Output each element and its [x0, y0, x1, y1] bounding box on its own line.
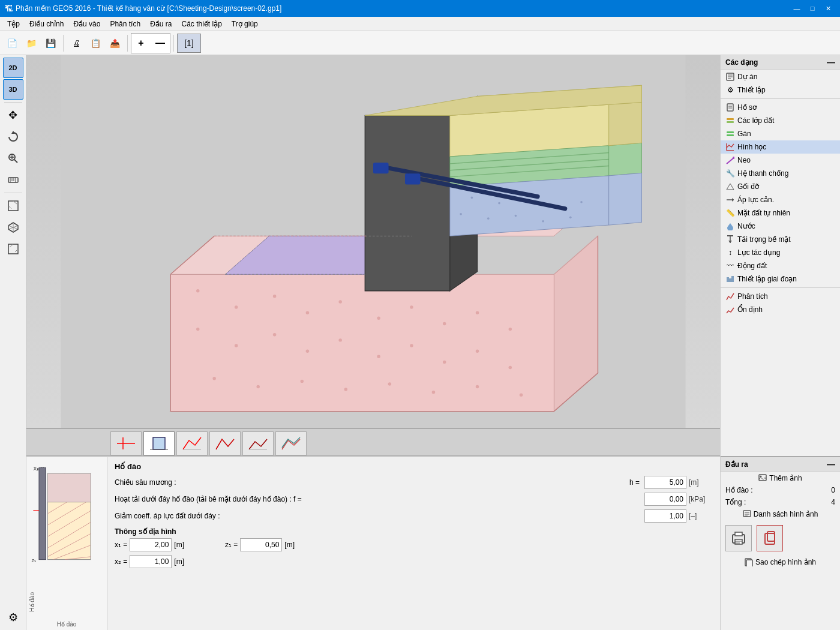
- menu-tep[interactable]: Tệp: [2, 19, 25, 29]
- bottom-diagram: X₃ X₁: [26, 457, 107, 630]
- sidebar-item-ap-luc-can[interactable]: Áp lực cản.: [721, 193, 840, 206]
- sidebar-item-ho-so[interactable]: Hồ sơ: [721, 101, 840, 114]
- chieu-sau-row: Chiều sâu mương : h = [m]: [115, 476, 713, 489]
- svg-rect-79: [373, 163, 389, 173]
- svg-marker-61: [609, 143, 642, 176]
- print-button[interactable]: 🖨: [67, 34, 86, 53]
- sidebar-item-hinh-hoc[interactable]: Hình học: [721, 140, 840, 154]
- front-view-button[interactable]: [3, 196, 23, 216]
- sidebar-item-phan-tich[interactable]: Phân tích: [721, 290, 840, 303]
- svg-point-68: [498, 202, 500, 205]
- cac-lop-dat-icon: [725, 116, 735, 125]
- sidebar-item-he-thanh-chong[interactable]: 🔧 Hệ thanh chống: [721, 167, 840, 180]
- hoat-tai-input[interactable]: [644, 493, 686, 506]
- export-button[interactable]: 📤: [105, 34, 124, 53]
- menu-cac-thiet-lap[interactable]: Các thiết lập: [176, 19, 226, 29]
- menu-phan-tich[interactable]: Phân tích: [105, 19, 145, 29]
- iso-view-button[interactable]: [3, 217, 23, 238]
- new-button[interactable]: 📄: [2, 34, 22, 53]
- svg-point-74: [515, 215, 517, 217]
- sidebar-item-mat-dat[interactable]: 📏 Mặt đất tự nhiên: [721, 206, 840, 220]
- sidebar-item-goi-do[interactable]: Gối đỡ: [721, 180, 840, 193]
- sidebar-item-on-dinh[interactable]: Ổn định: [721, 303, 840, 316]
- move-tool-button[interactable]: ✥: [3, 105, 23, 125]
- svg-line-2: [14, 160, 17, 163]
- svg-rect-122: [727, 131, 734, 133]
- thiet-lap-giai-doan-icon: [725, 274, 735, 284]
- settings-gear-button[interactable]: ⚙: [3, 607, 23, 628]
- x2-group: x₂ = [m]: [115, 555, 184, 568]
- svg-rect-109: [39, 468, 46, 560]
- svg-point-50: [388, 382, 391, 385]
- back-view-button[interactable]: [3, 239, 23, 259]
- rotate-tool-button[interactable]: [3, 127, 23, 147]
- minimize-button[interactable]: —: [790, 2, 804, 14]
- sidebar-item-cac-lop-dat[interactable]: Các lớp đất: [721, 114, 840, 127]
- mat-dat-label: Mặt đất tự nhiên: [737, 209, 790, 217]
- tab-section-6[interactable]: [275, 431, 307, 455]
- gan-label: Gán: [737, 130, 751, 138]
- output-actions: [721, 520, 840, 556]
- menu-dau-vao[interactable]: Đầu vào: [68, 19, 105, 29]
- them-anh-button[interactable]: Thêm ảnh: [721, 472, 840, 484]
- neo-icon: [725, 155, 735, 165]
- copy-output-button[interactable]: [757, 525, 783, 551]
- output-collapse-icon[interactable]: —: [827, 460, 835, 469]
- zoom-tool-button[interactable]: [3, 148, 23, 169]
- sidebar-header: Các dạng —: [721, 55, 840, 70]
- sidebar-item-dong-dat[interactable]: 〰 Động đất: [721, 259, 840, 272]
- sidebar-item-neo[interactable]: Neo: [721, 154, 840, 167]
- svg-point-31: [377, 317, 380, 320]
- svg-point-39: [306, 349, 309, 352]
- save-button[interactable]: 💾: [41, 34, 60, 53]
- sidebar-item-thiet-lap-giai-doan[interactable]: Thiết lập giai đoạn: [721, 272, 840, 286]
- open-button[interactable]: 📁: [22, 34, 41, 53]
- sidebar-item-gan[interactable]: Gán: [721, 127, 840, 140]
- 3d-view-button[interactable]: 3D: [3, 79, 23, 100]
- danh-sach-hinh-anh-button[interactable]: Danh sách hình ảnh: [721, 508, 840, 520]
- tab-section-3[interactable]: [176, 431, 208, 455]
- menubar: Tệp Điều chỉnh Đầu vào Phân tích Đầu ra …: [0, 17, 840, 31]
- menu-dau-ra[interactable]: Đầu ra: [145, 19, 176, 29]
- sidebar-collapse-icon[interactable]: —: [827, 58, 835, 67]
- view-1-button[interactable]: [1]: [177, 34, 201, 53]
- svg-point-29: [306, 311, 309, 314]
- ho-so-label: Hồ sơ: [737, 103, 757, 112]
- viewport[interactable]: [26, 55, 720, 428]
- svg-point-49: [344, 388, 347, 391]
- window-title: Phần mềm GEO5 2016 - Thiết kế hàng vân c…: [16, 4, 790, 13]
- giam-coeff-input[interactable]: [644, 509, 686, 523]
- svg-rect-94: [153, 437, 165, 449]
- zoom-in-button[interactable]: +: [131, 34, 151, 53]
- zoom-out-button[interactable]: —: [151, 34, 170, 53]
- svg-line-126: [727, 158, 734, 164]
- menu-dieu-chinh[interactable]: Điều chỉnh: [25, 19, 68, 29]
- measure-tool-button[interactable]: [3, 170, 23, 190]
- chieu-sau-input[interactable]: [644, 476, 686, 489]
- tab-section-5[interactable]: [242, 431, 274, 455]
- z1-input[interactable]: [240, 538, 282, 551]
- maximize-button[interactable]: □: [805, 2, 820, 14]
- svg-rect-80: [405, 173, 421, 184]
- x2-input[interactable]: [130, 555, 172, 568]
- cac-lop-dat-label: Các lớp đất: [737, 116, 774, 125]
- ap-luc-can-label: Áp lực cản.: [737, 196, 774, 204]
- ap-luc-can-icon: [725, 195, 735, 205]
- x1-input[interactable]: [130, 538, 172, 551]
- sidebar-item-du-an[interactable]: Dự án: [721, 70, 840, 83]
- sidebar-item-thiet-lap[interactable]: ⚙ Thiết lập: [721, 83, 840, 97]
- tong-value: 4: [831, 498, 835, 506]
- sidebar-item-tai-trong[interactable]: Tải trọng bề mặt: [721, 233, 840, 246]
- sidebar-item-nuoc[interactable]: Nước: [721, 220, 840, 233]
- sao-chep-hinh-anh-button[interactable]: Sao chép hình ảnh: [721, 556, 840, 568]
- hoat-tai-label: Hoạt tải dưới đáy hố đào (tải bê mặt dướ…: [115, 495, 642, 503]
- tab-section-2[interactable]: [143, 431, 175, 455]
- tab-section-1[interactable]: [110, 431, 142, 455]
- close-button[interactable]: ✕: [821, 2, 835, 14]
- print-output-button[interactable]: [725, 525, 752, 551]
- tab-section-4[interactable]: [209, 431, 241, 455]
- copy-button[interactable]: 📋: [86, 34, 105, 53]
- 2d-view-button[interactable]: 2D: [3, 58, 23, 78]
- sidebar-item-luc-tac-dung[interactable]: ↕ Lực tác dụng: [721, 246, 840, 259]
- menu-tro-giup[interactable]: Trợ giúp: [227, 19, 263, 29]
